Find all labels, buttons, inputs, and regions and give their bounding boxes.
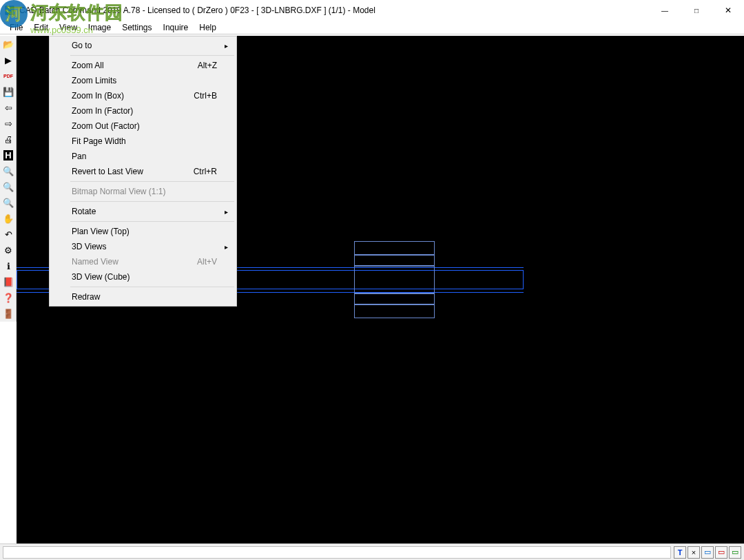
menu-image[interactable]: Image [83, 21, 116, 34]
minimize-button[interactable]: — [649, 0, 681, 21]
submenu-arrow-icon: ▸ [225, 42, 228, 50]
menu-separator [70, 287, 234, 287]
menu-item-label: Plan View (Top) [72, 227, 130, 236]
menu-item-accelerator: Ctrl+B [194, 91, 217, 101]
menu-item-label: Pan [72, 152, 86, 161]
menu-file[interactable]: File [4, 21, 28, 34]
question-icon[interactable]: ❓ [1, 290, 16, 305]
menu-help[interactable]: Help [194, 21, 222, 34]
info-icon[interactable]: ℹ [1, 258, 16, 273]
titlebar: CAD Batch Command 2019 A.78 - Licensed t… [0, 0, 744, 21]
menu-item-label: Zoom All [72, 61, 104, 70]
app-icon [4, 5, 15, 16]
menu-view[interactable]: View [54, 21, 83, 34]
menu-item-label: 3D View (Cube) [72, 272, 130, 282]
menu-item-label: 3D Views [72, 242, 106, 251]
menu-item-label: Zoom In (Factor) [72, 106, 133, 116]
menu-item-accelerator: Alt+V [197, 257, 217, 267]
menu-item-label: Go to [72, 41, 92, 50]
menu-inquire[interactable]: Inquire [158, 21, 194, 34]
menu-item-label: Redraw [72, 292, 100, 302]
help-book-icon[interactable]: 📕 [1, 274, 16, 289]
menu-item-revert-to-last-view[interactable]: Revert to Last ViewCtrl+R [51, 164, 235, 179]
menu-item-3d-view-cube-[interactable]: 3D View (Cube) [51, 269, 235, 284]
run-icon[interactable]: ▶ [1, 52, 16, 68]
open-icon[interactable]: 📂 [1, 37, 16, 52]
window-controls: — □ ✕ [649, 0, 744, 21]
menu-item-plan-view-top-[interactable]: Plan View (Top) [51, 224, 235, 239]
save-icon[interactable]: 💾 [1, 84, 16, 99]
pan-icon[interactable]: ✋ [1, 211, 16, 226]
cad-shape [354, 241, 435, 255]
zoom-out-icon[interactable]: 🔍 [1, 195, 16, 210]
menu-separator [70, 201, 234, 202]
status-right-buttons: T×▭▭▭ [674, 546, 744, 559]
menu-separator [70, 221, 234, 222]
menu-item-accelerator: Ctrl+R [194, 167, 217, 176]
menu-separator [70, 55, 234, 56]
menu-item-label: Zoom In (Box) [72, 91, 124, 101]
menu-item-bitmap-normal-view-1-1-: Bitmap Normal View (1:1) [51, 184, 235, 199]
menu-item-zoom-limits[interactable]: Zoom Limits [51, 73, 235, 88]
menu-item-rotate[interactable]: Rotate▸ [51, 204, 235, 219]
menu-item-label: Zoom Out (Factor) [72, 121, 140, 131]
arrow-right-icon[interactable]: ⇨ [1, 116, 16, 131]
pdf-icon[interactable]: PDF [1, 68, 16, 83]
zoom-all-icon[interactable]: 🔍 [1, 163, 16, 178]
cad-shape [354, 304, 435, 318]
window-title: CAD Batch Command 2019 A.78 - Licensed t… [19, 6, 649, 15]
h-icon[interactable]: H [1, 147, 16, 163]
window-2-icon[interactable]: ▭ [715, 546, 727, 559]
menu-settings[interactable]: Settings [116, 21, 157, 34]
svg-rect-0 [6, 6, 14, 14]
menu-item-zoom-in-box-[interactable]: Zoom In (Box)Ctrl+B [51, 88, 235, 103]
statusbar: T×▭▭▭ [0, 543, 744, 560]
menu-item-pan[interactable]: Pan [51, 149, 235, 164]
menu-item-zoom-out-factor-[interactable]: Zoom Out (Factor) [51, 118, 235, 134]
submenu-arrow-icon: ▸ [225, 208, 228, 216]
print-icon[interactable]: 🖨 [1, 132, 16, 147]
settings-icon[interactable]: ⚙ [1, 242, 16, 258]
window-3-icon[interactable]: ▭ [729, 546, 741, 559]
menu-separator [70, 181, 234, 182]
view-menu-popup: Go to▸Zoom AllAlt+ZZoom LimitsZoom In (B… [49, 36, 237, 307]
menu-item-label: Bitmap Normal View (1:1) [72, 187, 166, 196]
text-mode-icon[interactable]: T [674, 546, 686, 559]
status-text-field [3, 546, 671, 559]
menu-item-fit-page-width[interactable]: Fit Page Width [51, 134, 235, 149]
undo-icon[interactable]: ↶ [1, 227, 16, 242]
cad-shape [354, 266, 435, 293]
menu-item-label: Fit Page Width [72, 136, 126, 146]
toolbar-left: 📂▶PDF💾⇦⇨🖨H🔍🔍🔍✋↶⚙ℹ📕❓🚪 [0, 36, 17, 322]
cad-shape [354, 255, 435, 266]
zoom-in-icon[interactable]: 🔍 [1, 179, 16, 194]
menu-item-label: Rotate [72, 207, 96, 216]
menu-item-redraw[interactable]: Redraw [51, 289, 235, 304]
maximize-button[interactable]: □ [681, 0, 712, 21]
arrow-left-icon[interactable]: ⇦ [1, 100, 16, 115]
submenu-arrow-icon: ▸ [225, 243, 228, 251]
window-1-icon[interactable]: ▭ [701, 546, 714, 559]
close-x-icon[interactable]: × [688, 546, 700, 559]
menu-item-3d-views[interactable]: 3D Views▸ [51, 239, 235, 254]
close-button[interactable]: ✕ [712, 0, 744, 21]
menu-item-named-view: Named ViewAlt+V [51, 254, 235, 269]
menu-item-label: Revert to Last View [72, 167, 143, 176]
menu-item-zoom-all[interactable]: Zoom AllAlt+Z [51, 58, 235, 73]
menu-item-accelerator: Alt+Z [198, 61, 217, 70]
menu-item-go-to[interactable]: Go to▸ [51, 38, 235, 53]
menu-item-label: Zoom Limits [72, 76, 116, 85]
exit-icon[interactable]: 🚪 [1, 306, 16, 321]
menu-edit[interactable]: Edit [28, 21, 54, 34]
menu-item-label: Named View [72, 257, 118, 267]
menubar: File Edit View Image Settings Inquire He… [0, 21, 744, 34]
menu-item-zoom-in-factor-[interactable]: Zoom In (Factor) [51, 103, 235, 118]
cad-shape [354, 293, 435, 304]
